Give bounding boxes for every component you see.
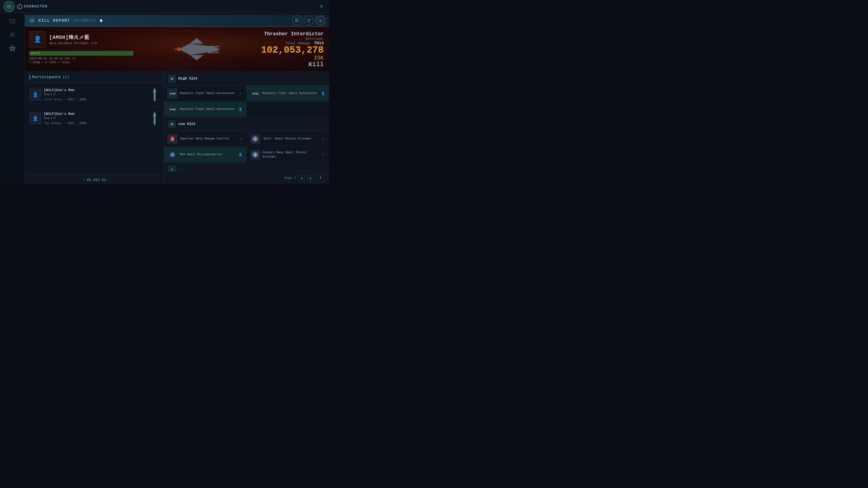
low-slot-header: Low Slot: [164, 117, 329, 131]
slot-item[interactable]: 1 MK9 Small Microwarpdrive: [164, 147, 247, 163]
svg-rect-38: [257, 93, 258, 93]
svg-rect-21: [208, 52, 219, 53]
participant-damage-1: 7013: [67, 98, 74, 101]
stat-label-1: Final Blow: [44, 98, 61, 101]
svg-rect-32: [174, 93, 176, 93]
slot-remove-button[interactable]: ✕: [238, 137, 243, 141]
slot-item-name: Imperial Navy Damage Control: [180, 137, 236, 141]
copy-id-button[interactable]: 📋: [99, 19, 103, 22]
kill-header: 👤 [AMSH]烽火メ藍 Warp Soramble Strength: 0.0…: [25, 27, 329, 72]
slots-panel: High Slot 1: [164, 72, 329, 184]
svg-rect-17: [208, 46, 219, 47]
next-slot-title: ···: [178, 167, 185, 171]
window-export-button[interactable]: [292, 15, 302, 26]
slot-remove-button[interactable]: ✕: [321, 137, 325, 141]
next-page-button[interactable]: ▶: [307, 175, 314, 181]
slot-num: 1: [248, 87, 249, 89]
window-title: KILL REPORT: [38, 18, 70, 23]
participants-list: 👤 [NILF]Sin's Mom Naglfar Final Blow | 7…: [25, 83, 164, 175]
svg-rect-23: [175, 48, 178, 50]
slot-item[interactable]: 1: [164, 101, 247, 117]
hamburger-icon: [7, 5, 11, 8]
slot-remove-button[interactable]: ✕: [321, 153, 325, 157]
svg-rect-20: [208, 51, 218, 52]
victim-avatar: 👤: [29, 31, 46, 47]
participants-header: Participants [1]: [25, 72, 164, 83]
low-slot-grid: 1 Imperi: [164, 131, 329, 163]
top-close-button[interactable]: ✕: [317, 2, 326, 10]
slot-item-name: MK9 Small Microwarpdrive: [180, 153, 236, 157]
kill-badge: Kill: [29, 51, 133, 56]
slot-num: 1: [165, 102, 166, 105]
prev-page-button[interactable]: ◀: [298, 175, 305, 181]
participant-info-1: [NILF]Sin's Mom Naglfar Final Blow | 701…: [44, 88, 147, 101]
svg-point-40: [253, 93, 254, 94]
window-id: [ID:7490114]: [73, 19, 96, 22]
svg-line-13: [309, 19, 310, 21]
isk-label: ISK: [314, 55, 324, 61]
slot-num: 1: [165, 87, 166, 89]
window-share-button[interactable]: [304, 15, 314, 26]
participant-percent-2: 100%: [79, 122, 86, 125]
kill-badge-label: Kill: [34, 52, 40, 55]
hamburger-button[interactable]: [4, 1, 14, 12]
slot-item-user-icon: 👤: [238, 107, 243, 111]
window-menu-button[interactable]: [29, 17, 36, 24]
svg-marker-16: [190, 55, 204, 61]
participant-avatar-2: 👤: [29, 112, 41, 124]
participants-count: [1]: [63, 75, 69, 79]
ship-type-name: Thrasher Interdictor: [264, 31, 324, 37]
sidebar-icon-close[interactable]: [7, 29, 18, 40]
svg-marker-72: [170, 168, 174, 171]
slots-bottom: Page 1 ◀ ▶ ▼: [164, 171, 329, 184]
slot-num: 1: [165, 148, 166, 150]
high-slot-header: High Slot: [164, 72, 329, 86]
isk-value: 102,053,278: [261, 45, 324, 56]
kill-timestamp: 2022/08/19 16:30:43 UTC +1: [29, 57, 133, 60]
svg-rect-33: [174, 94, 176, 95]
sidebar-icon-star[interactable]: [7, 43, 18, 54]
victim-info: [AMSH]烽火メ藍 Warp Soramble Strength: 0.0: [49, 34, 97, 45]
participant-item[interactable]: 👤 [NILF]Sin's Mom Naglfar Top Damage | 7…: [25, 107, 164, 130]
top-bar: ◎ CHARACTER ✕: [0, 0, 329, 13]
kill-report-window: KILL REPORT [ID:7490114] 📋: [25, 15, 329, 184]
content-area: Participants [1] 👤 [NILF]Sin's Mom Naglf…: [25, 72, 329, 184]
slot-item[interactable]: 1 Imperi: [164, 131, 247, 147]
window-actions: ✕: [292, 15, 326, 26]
stat-label-2: Top Damage: [44, 122, 61, 125]
kill-stats-section: Thrasher Interdictor Destroyer Total dam…: [256, 27, 329, 72]
victim-avatar-image: 👤: [30, 32, 45, 47]
slot-item[interactable]: 1: [247, 147, 329, 163]
slot-remove-button[interactable]: ✕: [238, 91, 243, 96]
slot-item[interactable]: 1: [164, 86, 247, 101]
slot-item[interactable]: 1: [247, 86, 329, 101]
kill-location: T-K10W < E-72A3 < Tenal: [29, 61, 133, 64]
ship-class: Destroyer: [305, 37, 324, 41]
sidebar-icon-menu[interactable]: [7, 16, 18, 27]
high-slot-title: High Slot: [178, 76, 198, 80]
main-panel: KILL REPORT [ID:7490114] 📋: [25, 13, 329, 184]
svg-rect-2: [9, 23, 16, 23]
svg-rect-1: [9, 21, 16, 22]
svg-point-34: [170, 93, 171, 94]
character-label: CHARACTER: [24, 4, 48, 8]
character-icon: ◎: [17, 4, 22, 9]
slots-content: High Slot 1: [164, 72, 329, 184]
victim-name: [AMSH]烽火メ藍: [49, 34, 97, 41]
slot-num: 1: [248, 148, 249, 150]
participant-item[interactable]: 👤 [NILF]Sin's Mom Naglfar Final Blow | 7…: [25, 83, 164, 107]
participant-name-2: [NILF]Sin's Mom: [44, 112, 147, 116]
svg-marker-27: [153, 111, 156, 124]
slot-item[interactable]: 1 'Wolf': [247, 131, 329, 147]
svg-marker-47: [170, 123, 174, 126]
bottom-bar-icon: +: [83, 178, 85, 182]
low-slot-icon: [168, 121, 176, 128]
window-titlebar: KILL REPORT [ID:7490114] 📋: [25, 15, 329, 27]
low-slot-title: Low Slot: [178, 122, 196, 126]
svg-rect-45: [174, 110, 176, 110]
window-close-button[interactable]: ✕: [315, 15, 326, 26]
filter-button[interactable]: ▼: [316, 174, 324, 182]
slot-item-icon: [250, 89, 260, 98]
participants-bottom: + 46,433.51: [25, 175, 164, 184]
svg-rect-18: [208, 47, 218, 48]
